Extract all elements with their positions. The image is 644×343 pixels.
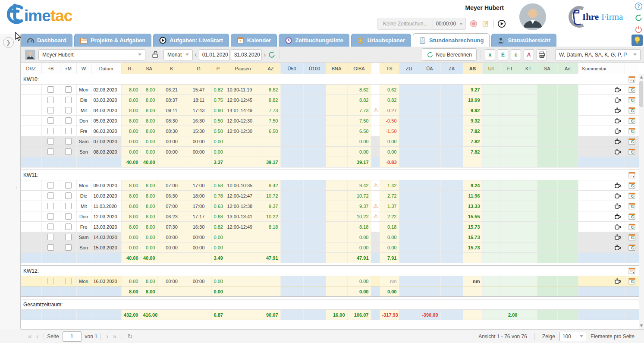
row-checkbox[interactable]: [47, 138, 54, 145]
recalc-day-icon[interactable]: ?: [628, 244, 635, 251]
recalc-day-icon[interactable]: ?: [628, 148, 635, 155]
column-header-w[interactable]: W: [76, 63, 91, 74]
scrollbar-thumb[interactable]: [639, 81, 643, 107]
recalc-day-icon[interactable]: ?: [628, 182, 635, 189]
csv-export-icon[interactable]: c: [511, 49, 521, 60]
row-checkbox[interactable]: [65, 244, 72, 251]
column-header-u100[interactable]: Ü100: [303, 63, 326, 74]
scroll-down-icon[interactable]: [640, 324, 643, 327]
next-period-button[interactable]: ›: [262, 50, 268, 59]
table-row[interactable]: Don12.03.20208.008.0006:2317:170.6813:00…: [21, 211, 639, 222]
tab-projekte-aufgaben[interactable]: Projekte & Aufgaben: [74, 34, 151, 47]
column-header-u50[interactable]: Ü50: [280, 63, 303, 74]
row-checkbox[interactable]: [65, 97, 72, 103]
recalc-day-icon[interactable]: ?: [628, 117, 635, 124]
break-icon[interactable]: [614, 138, 622, 145]
row-checkbox[interactable]: [47, 148, 54, 155]
recalc-day-icon[interactable]: ?: [628, 86, 635, 93]
row-checkbox[interactable]: [65, 138, 72, 145]
break-icon[interactable]: [614, 234, 622, 241]
current-booking-select[interactable]: Keine Zeitbuchun... 00:00:00: [377, 18, 466, 30]
row-checkbox[interactable]: [47, 107, 54, 113]
row-checkbox[interactable]: [65, 223, 72, 230]
break-icon[interactable]: [614, 128, 622, 135]
row-checkbox[interactable]: [47, 278, 54, 284]
column-header-ua[interactable]: ÜA: [419, 63, 440, 74]
row-checkbox[interactable]: [47, 223, 54, 230]
column-header-ts[interactable]: TS: [380, 63, 399, 74]
table-row[interactable]: Fre13.03.20208.008.0007:3016:300.8212:00…: [21, 222, 639, 232]
column-header-kommentar[interactable]: Kommentar: [578, 63, 611, 74]
table-row[interactable]: Sam07.03.20200.000.0000:0000:000.000.000…: [21, 136, 639, 147]
tab-zeitbuchungsliste[interactable]: Zeitbuchungsliste: [279, 34, 349, 47]
rail-chevron-icon[interactable]: ›: [16, 184, 17, 190]
period-select[interactable]: Monat: [163, 49, 193, 60]
next-page-button[interactable]: ›: [104, 333, 110, 340]
column-header-art[interactable]: Art: [557, 63, 578, 74]
table-row[interactable]: Don05.03.20208.008.0008:3016:300.5012:00…: [21, 116, 639, 126]
recalc-day-icon[interactable]: ?: [628, 107, 635, 114]
row-checkbox[interactable]: [65, 278, 72, 284]
row-checkbox[interactable]: [65, 128, 72, 134]
row-checkbox[interactable]: [65, 203, 72, 209]
break-icon[interactable]: [614, 117, 622, 124]
table-row[interactable]: Mon16.03.20208.008.0000:0000:000.000.00n…: [21, 276, 639, 286]
refresh-list-icon[interactable]: ↻: [125, 333, 135, 340]
column-header-bna[interactable]: BNA: [326, 63, 347, 74]
page-number-input[interactable]: [63, 331, 82, 342]
tab-urlaubsplaner[interactable]: Urlaubsplaner: [351, 34, 411, 47]
row-checkbox[interactable]: [65, 182, 72, 189]
row-checkbox[interactable]: [47, 213, 54, 220]
break-icon[interactable]: [614, 86, 622, 93]
break-icon[interactable]: [614, 182, 622, 189]
row-checkbox[interactable]: [47, 203, 54, 209]
excel-export-icon[interactable]: x: [485, 49, 495, 60]
row-checkbox[interactable]: [47, 182, 54, 189]
tab-statusübersicht[interactable]: Statusübersicht: [491, 34, 556, 47]
break-icon[interactable]: [614, 203, 622, 210]
recalc-day-icon[interactable]: ?: [628, 192, 635, 199]
tab-stundenabrechnung[interactable]: Stundenabrechnung: [413, 33, 490, 47]
table-row[interactable]: Die03.03.20208.008.0008:3718:110.7512:00…: [21, 95, 639, 105]
row-checkbox[interactable]: [65, 192, 72, 199]
column-header-k[interactable]: K: [157, 63, 186, 74]
column-header-sa2[interactable]: SA: [537, 63, 557, 74]
recalculate-button[interactable]: Neu Berechnen: [422, 48, 477, 61]
user-select[interactable]: Meyer Hubert: [38, 49, 145, 60]
date-from-input[interactable]: 01.01.2020: [199, 49, 230, 60]
row-checkbox[interactable]: [47, 128, 54, 134]
date-to-input[interactable]: 31.03.2020: [231, 49, 262, 60]
recalc-day-icon[interactable]: ?: [628, 278, 635, 285]
export-week-icon[interactable]: [628, 172, 635, 179]
row-checkbox[interactable]: [65, 117, 72, 124]
last-page-button[interactable]: »: [110, 333, 119, 340]
per-page-select[interactable]: 100: [559, 332, 586, 341]
tab-kalender[interactable]: 3Kalender: [231, 34, 277, 47]
table-row[interactable]: Mon02.03.20208.008.0006:2115:470.8210:30…: [21, 85, 639, 95]
column-header-m[interactable]: +M: [60, 63, 76, 74]
recalc-day-icon[interactable]: ?: [628, 97, 635, 104]
column-header-ut[interactable]: UT: [482, 63, 500, 74]
column-header-ft[interactable]: FT: [500, 63, 520, 74]
break-icon[interactable]: [614, 278, 622, 285]
column-header-az[interactable]: AZ: [261, 63, 280, 74]
export-week-icon[interactable]: [628, 267, 635, 274]
recalc-day-icon[interactable]: ?: [628, 223, 635, 230]
user-avatar[interactable]: [519, 3, 546, 30]
pdf-export-icon[interactable]: A: [524, 49, 534, 60]
table-row[interactable]: Mon09.03.20208.008.0007:0017:000.5810:00…: [21, 180, 639, 191]
row-checkbox[interactable]: [47, 117, 54, 124]
break-icon[interactable]: [614, 223, 622, 230]
scroll-up-icon[interactable]: [640, 76, 643, 79]
row-checkbox[interactable]: [65, 86, 72, 93]
column-header-b[interactable]: +B: [41, 63, 60, 74]
row-checkbox[interactable]: [47, 86, 54, 93]
table-row[interactable]: Son15.03.20200.000.0000:0000:000.000.000…: [21, 242, 639, 253]
column-header-giba[interactable]: GIBA: [347, 63, 371, 74]
row-checkbox[interactable]: [65, 234, 72, 240]
unlock-icon[interactable]: [151, 50, 159, 59]
refresh-icon[interactable]: [634, 13, 643, 22]
row-checkbox[interactable]: [47, 244, 54, 251]
play-button[interactable]: [497, 19, 506, 28]
table-row[interactable]: Mit11.03.20208.008.0007:0017:000.6312:00…: [21, 201, 639, 211]
